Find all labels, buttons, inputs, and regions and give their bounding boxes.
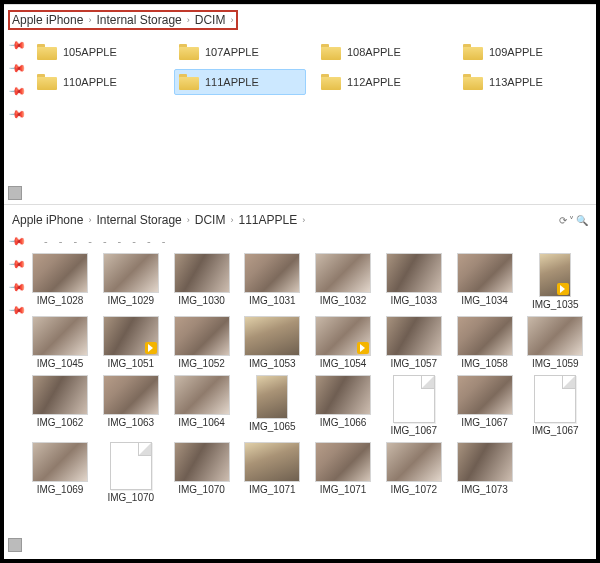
photo-thumbnail — [32, 375, 88, 415]
thumbnail-item[interactable]: IMG_1031 — [242, 253, 302, 310]
thumbnail-item[interactable]: IMG_1053 — [242, 316, 302, 369]
thumbnail-item[interactable]: IMG_1073 — [455, 442, 515, 503]
thumbnail-label: IMG_1064 — [178, 417, 225, 428]
folder-label: 112APPLE — [347, 76, 401, 88]
thumbnail-label: IMG_1031 — [249, 295, 296, 306]
thumbnail-item — [525, 442, 585, 503]
thumbnail-label: IMG_1062 — [37, 417, 84, 428]
thumbnail-row: IMG_1069IMG_1070IMG_1070IMG_1071IMG_1071… — [30, 442, 590, 503]
folder-item[interactable]: 110APPLE — [32, 69, 164, 95]
breadcrumb-segment[interactable]: Apple iPhone — [12, 213, 83, 227]
thumbnail-label: IMG_1069 — [37, 484, 84, 495]
thumbnail-label: IMG_1054 — [320, 358, 367, 369]
pin-icon: 📌 — [7, 255, 26, 274]
thumbnail-item[interactable]: IMG_1059 — [525, 316, 585, 369]
play-icon — [145, 342, 157, 354]
pin-icon: 📌 — [7, 301, 26, 320]
thumbnail-item[interactable]: IMG_1062 — [30, 375, 90, 436]
thumbnail-item[interactable]: IMG_1030 — [172, 253, 232, 310]
top-explorer-pane: Apple iPhone›Internal Storage›DCIM› 📌 📌 … — [4, 4, 596, 204]
thumbnail-label: IMG_1063 — [107, 417, 154, 428]
folder-item[interactable]: 108APPLE — [316, 39, 448, 65]
folder-icon — [321, 44, 341, 60]
photo-thumbnail — [315, 253, 371, 293]
breadcrumb-segment[interactable]: Internal Storage — [96, 213, 181, 227]
photo-thumbnail — [103, 316, 159, 356]
thumbnail-item[interactable]: IMG_1033 — [384, 253, 444, 310]
photo-thumbnail — [174, 253, 230, 293]
breadcrumb[interactable]: Apple iPhone›Internal Storage›DCIM›111AP… — [10, 209, 310, 231]
thumbnail-item[interactable]: IMG_1070 — [101, 442, 161, 503]
refresh-icon[interactable]: ⟳ — [559, 215, 567, 226]
folder-item[interactable]: 113APPLE — [458, 69, 590, 95]
breadcrumb-segment[interactable]: Apple iPhone — [12, 13, 83, 27]
thumbnail-item[interactable]: IMG_1069 — [30, 442, 90, 503]
folder-item[interactable]: 107APPLE — [174, 39, 306, 65]
thumbnail-item[interactable]: IMG_1045 — [30, 316, 90, 369]
folder-item[interactable]: 111APPLE — [174, 69, 306, 95]
thumbnail-item[interactable]: IMG_1063 — [101, 375, 161, 436]
folder-label: 108APPLE — [347, 46, 401, 58]
folder-item[interactable]: 109APPLE — [458, 39, 590, 65]
thumbnail-item[interactable]: IMG_1072 — [384, 442, 444, 503]
thumbnail-item[interactable]: IMG_1028 — [30, 253, 90, 310]
photo-thumbnail — [244, 442, 300, 482]
thumbnail-label: IMG_1028 — [37, 295, 84, 306]
folder-item[interactable]: 105APPLE — [32, 39, 164, 65]
folder-label: 110APPLE — [63, 76, 117, 88]
pin-icon: 📌 — [7, 59, 26, 78]
thumbnail-label: IMG_1035 — [532, 299, 579, 310]
chevron-right-icon: › — [227, 215, 236, 225]
breadcrumb-segment[interactable]: DCIM — [195, 13, 226, 27]
chevron-down-icon[interactable]: ˅ — [569, 215, 574, 226]
thumbnail-item[interactable]: IMG_1032 — [313, 253, 373, 310]
folder-label: 105APPLE — [63, 46, 117, 58]
search-icon[interactable]: 🔍 — [576, 215, 588, 226]
thumbnail-item[interactable]: IMG_1067 — [525, 375, 585, 436]
thumbnail-row: IMG_1045IMG_1051IMG_1052IMG_1053IMG_1054… — [30, 316, 590, 369]
thumbnail-label: IMG_1066 — [320, 417, 367, 428]
thumbnail-item[interactable]: IMG_1071 — [313, 442, 373, 503]
thumbnail-item[interactable]: IMG_1067 — [384, 375, 444, 436]
photo-thumbnail — [174, 316, 230, 356]
folder-item[interactable]: 112APPLE — [316, 69, 448, 95]
thumbnail-item[interactable]: IMG_1035 — [525, 253, 585, 310]
quick-access-pins: 📌 📌 📌 📌 — [8, 39, 26, 121]
play-icon — [557, 283, 569, 295]
thumbnail-item[interactable]: IMG_1058 — [455, 316, 515, 369]
play-icon — [357, 342, 369, 354]
thumbnail-label: IMG_1071 — [249, 484, 296, 495]
breadcrumb[interactable]: Apple iPhone›Internal Storage›DCIM› — [10, 9, 590, 31]
thumbnail-label: IMG_1033 — [390, 295, 437, 306]
thumbnail-item[interactable]: IMG_1051 — [101, 316, 161, 369]
breadcrumb-segment[interactable]: Internal Storage — [96, 13, 181, 27]
thumbnail-item[interactable]: IMG_1029 — [101, 253, 161, 310]
thumbnail-item[interactable]: IMG_1057 — [384, 316, 444, 369]
breadcrumb-segment[interactable]: 111APPLE — [238, 213, 297, 227]
scroll-thumb[interactable] — [8, 538, 22, 552]
photo-thumbnail — [315, 316, 371, 356]
photo-thumbnail — [103, 253, 159, 293]
thumbnail-item[interactable]: IMG_1065 — [242, 375, 302, 436]
thumbnail-item[interactable]: IMG_1034 — [455, 253, 515, 310]
folder-icon — [179, 74, 199, 90]
thumbnail-item[interactable]: IMG_1070 — [172, 442, 232, 503]
chevron-right-icon: › — [299, 215, 308, 225]
thumbnail-item[interactable]: IMG_1067 — [455, 375, 515, 436]
breadcrumb-segment[interactable]: DCIM — [195, 213, 226, 227]
scroll-thumb[interactable] — [8, 186, 22, 200]
thumbnail-label: IMG_1045 — [37, 358, 84, 369]
thumbnail-label: IMG_1030 — [178, 295, 225, 306]
thumbnail-item[interactable]: IMG_1071 — [242, 442, 302, 503]
chevron-right-icon: › — [85, 215, 94, 225]
thumbnail-item[interactable]: IMG_1066 — [313, 375, 373, 436]
folder-icon — [37, 74, 57, 90]
thumbnail-item[interactable]: IMG_1052 — [172, 316, 232, 369]
folder-icon — [37, 44, 57, 60]
photo-thumbnail — [527, 316, 583, 356]
thumbnail-item[interactable]: IMG_1054 — [313, 316, 373, 369]
row-markers: - - - - - - - - - — [30, 235, 590, 247]
thumbnail-item[interactable]: IMG_1064 — [172, 375, 232, 436]
photo-thumbnail — [457, 442, 513, 482]
file-icon — [110, 442, 152, 490]
